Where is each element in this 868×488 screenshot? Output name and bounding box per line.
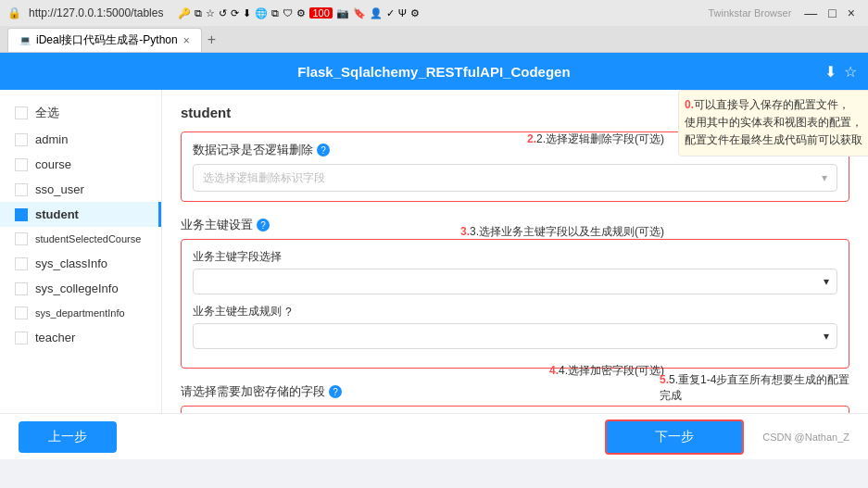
window-controls: Twinkstar Browser — □ × [708,4,861,22]
tab-close-icon[interactable]: × [183,34,190,47]
sidebar-item-8[interactable]: sys_departmentInfo [0,301,161,325]
sidebar-label-2: course [35,157,71,171]
biz-key-field-arrow-icon: ▾ [824,275,829,288]
encrypt-bordered: studentID userID classID collegeID [181,406,849,413]
shield-icon: 🛡 [283,7,293,19]
biz-key-section: 业务主键设置 ? 业务主键字段选择 ▾ 业务主键生成规则 ? [181,217,849,369]
checkbox-student[interactable] [15,208,28,221]
biz-key-rule-select[interactable]: ▾ [193,323,837,349]
sidebar-item-3[interactable]: sso_user [0,177,161,202]
checkbox-admin[interactable] [15,133,28,146]
logical-delete-help-icon[interactable]: ? [317,144,330,156]
biz-key-rule-help-icon[interactable]: ? [285,306,292,319]
sidebar: 全选 admin course sso_user student student… [0,90,162,413]
person-icon: 👤 [370,7,383,19]
checkbox-sys-collegeinfo[interactable] [15,282,28,295]
sidebar-item-student[interactable]: student [0,202,161,227]
next-button[interactable]: 下一步 [605,419,744,455]
content-area: 1.1.选择想要生成的表 student 0.可以直接导入保存的配置文件，使用其… [162,90,868,413]
biz-key-field-label: 业务主键字段选择 [193,249,837,265]
sidebar-label-7: sys_collegeInfo [35,282,119,295]
annotation-step2: 2.2.选择逻辑删除字段(可选) [527,131,664,147]
checkbox-teacher[interactable] [15,332,28,344]
encrypt-help-icon[interactable]: ? [329,385,342,398]
tab-title: iDeal接口代码生成器-Python [36,32,178,48]
checkbox-quanxuan[interactable] [15,106,28,119]
sidebar-item-teacher[interactable]: teacher [0,325,161,350]
settings-icon[interactable]: ⚙ [410,7,420,19]
sidebar-label-8: sys_departmentInfo [35,307,125,319]
biz-key-rule-label: 业务主键生成规则 ? [193,304,837,319]
app-title: Flask_Sqlalchemy_RESTfulAPI_Codegen [297,64,570,80]
sidebar-label-6: sys_classInfo [35,257,107,270]
tab-favicon: 💻 [19,35,31,45]
browser-url[interactable]: http://127.0.0.1:5000/tables [29,6,163,19]
checkbox-sys-departmentinfo[interactable] [15,307,28,319]
sidebar-item-0[interactable]: 全选 [0,99,161,127]
biz-key-field-select[interactable]: ▾ [193,269,837,294]
browser-lock-icon: 🔒 [7,6,21,19]
header-actions: ⬇ ☆ [824,63,857,81]
checkmark-icon: ✓ [386,7,395,19]
download-toolbar-icon[interactable]: ⬇ [243,7,251,19]
annotation-step0: 0.可以直接导入保存的配置文件，使用其中的实体表和视图表的配置，配置文件在最终生… [678,90,868,156]
network-icon: Ψ [398,7,407,19]
browser-titlebar: 🔒 http://127.0.0.1:5000/tables 🔑 ⧉ ☆ ↺ ⟳… [0,0,868,26]
plugin-icon: ⚙ [296,7,306,19]
biz-key-field-row: 业务主键字段选择 ▾ [193,249,837,294]
bookmark-icon[interactable]: 🔖 [353,7,366,19]
checkbox-sso-user[interactable] [15,183,28,196]
watermark: CSDN @Nathan_Z [762,432,849,443]
main-content: 全选 admin course sso_user student student… [0,90,868,413]
copy-icon: ⧉ [195,7,202,19]
sidebar-label-1: admin [35,132,68,146]
browser-tabs: 💻 iDeal接口代码生成器-Python × + [0,26,868,52]
refresh-icon[interactable]: ↺ [219,7,227,19]
active-tab[interactable]: 💻 iDeal接口代码生成器-Python × [7,28,202,52]
counter-icon: 100 [309,7,332,19]
checkbox-sys-classinfo[interactable] [15,257,28,270]
history-icon[interactable]: ⟳ [231,7,239,19]
tab-icon: ⧉ [271,7,279,19]
biz-key-rule-row: 业务主键生成规则 ? ▾ [193,304,837,349]
annotation-step4: 4.4.选择加密字段(可选) [549,363,664,379]
sidebar-item-7[interactable]: sys_collegeInfo [0,276,161,301]
footer: 上一步 下一步 CSDN @Nathan_Z [0,413,868,459]
sidebar-item-6[interactable]: sys_classInfo [0,251,161,276]
sidebar-label-3: sso_user [35,182,84,196]
header-download-button[interactable]: ⬇ [824,63,837,81]
star-icon[interactable]: ☆ [206,7,215,19]
sidebar-label-0: 全选 [35,105,59,121]
key-icon: 🔑 [178,7,191,19]
annotation-step5: 5.5.重复1-4步直至所有想要生成的配置完成 [660,372,854,404]
header-star-button[interactable]: ☆ [844,63,857,81]
sidebar-label-4: student [35,207,79,221]
globe-icon: 🌐 [255,7,268,19]
checkbox-studentselectedcourse[interactable] [15,232,28,245]
browser-logo: Twinkstar Browser [708,7,791,19]
sidebar-label-9: teacher [35,331,75,344]
checkbox-course[interactable] [15,158,28,171]
minimize-button[interactable]: — [799,4,823,22]
app-header: Flask_Sqlalchemy_RESTfulAPI_Codegen ⬇ ☆ [0,53,868,90]
biz-key-bordered: 业务主键字段选择 ▾ 业务主键生成规则 ? ▾ [181,239,849,369]
sidebar-item-5[interactable]: studentSelectedCourse [0,227,161,251]
browser-chrome: 🔒 http://127.0.0.1:5000/tables 🔑 ⧉ ☆ ↺ ⟳… [0,0,868,53]
biz-key-help-icon[interactable]: ? [257,219,270,231]
sidebar-label-5: studentSelectedCourse [35,233,141,244]
annotation-step3: 3.3.选择业务主键字段以及生成规则(可选) [460,224,664,240]
new-tab-button[interactable]: + [202,31,221,48]
logical-delete-select[interactable]: 选选择逻辑删除标识字段 ▾ [193,164,837,192]
close-button[interactable]: × [842,4,861,22]
prev-button[interactable]: 上一步 [19,421,117,453]
logical-delete-arrow-icon: ▾ [822,171,827,184]
screenshot-icon[interactable]: 📷 [336,7,349,19]
sidebar-item-2[interactable]: course [0,152,161,177]
sidebar-item-1[interactable]: admin [0,127,161,152]
biz-key-rule-arrow-icon: ▾ [824,330,829,343]
maximize-button[interactable]: □ [823,4,841,22]
